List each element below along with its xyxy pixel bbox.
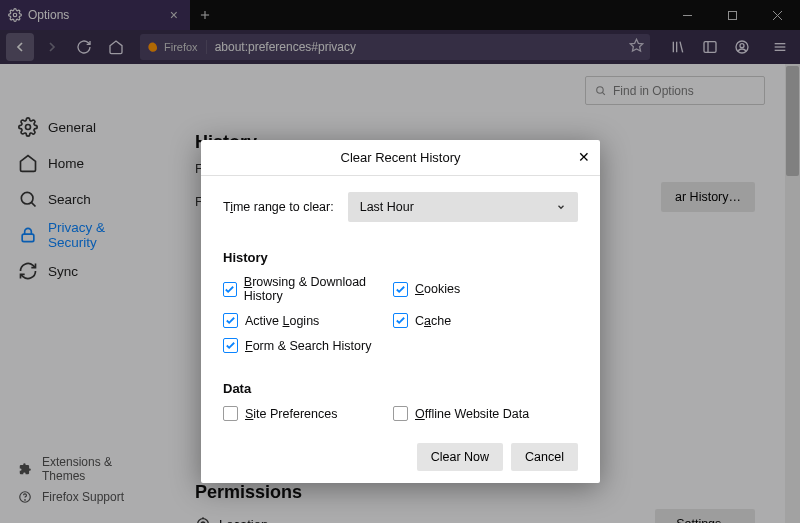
checkbox-cache[interactable]: Cache xyxy=(393,313,543,328)
checkbox-browsing-history[interactable]: Browsing & Download History xyxy=(223,275,393,303)
modal-overlay: Clear Recent History ✕ Time range to cle… xyxy=(0,0,800,523)
time-range-label: Time range to clear: xyxy=(223,200,334,214)
dialog-title: Clear Recent History xyxy=(341,150,461,165)
checkbox-site-preferences[interactable]: Site Preferences xyxy=(223,406,393,421)
dialog-history-heading: History xyxy=(223,250,578,265)
time-range-select[interactable]: Last Hour xyxy=(348,192,578,222)
dialog-close-button[interactable]: ✕ xyxy=(578,149,590,165)
time-range-value: Last Hour xyxy=(360,200,414,214)
cancel-button[interactable]: Cancel xyxy=(511,443,578,471)
clear-history-dialog: Clear Recent History ✕ Time range to cle… xyxy=(201,140,600,483)
checkbox-offline-data[interactable]: Offline Website Data xyxy=(393,406,543,421)
chevron-down-icon xyxy=(556,202,566,212)
checkbox-cookies[interactable]: Cookies xyxy=(393,275,543,303)
checkbox-active-logins[interactable]: Active Logins xyxy=(223,313,393,328)
clear-now-button[interactable]: Clear Now xyxy=(417,443,503,471)
dialog-header: Clear Recent History ✕ xyxy=(201,140,600,176)
dialog-data-heading: Data xyxy=(223,381,578,396)
checkbox-form-history[interactable]: Form & Search History xyxy=(223,338,393,353)
